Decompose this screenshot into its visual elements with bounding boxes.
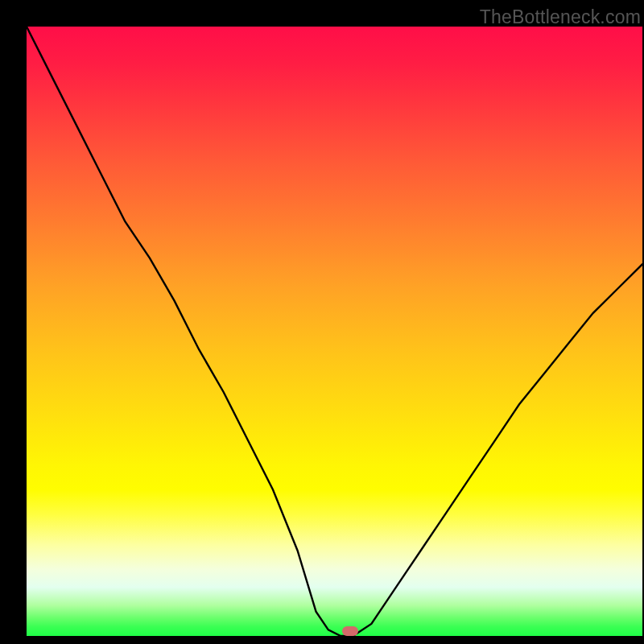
watermark-text: TheBottleneck.com [480,6,641,28]
optimal-point-marker [342,626,358,636]
plot-area [27,27,642,636]
curve-layer [27,27,642,636]
bottleneck-curve [27,27,642,636]
chart-frame: TheBottleneck.com [0,0,644,644]
